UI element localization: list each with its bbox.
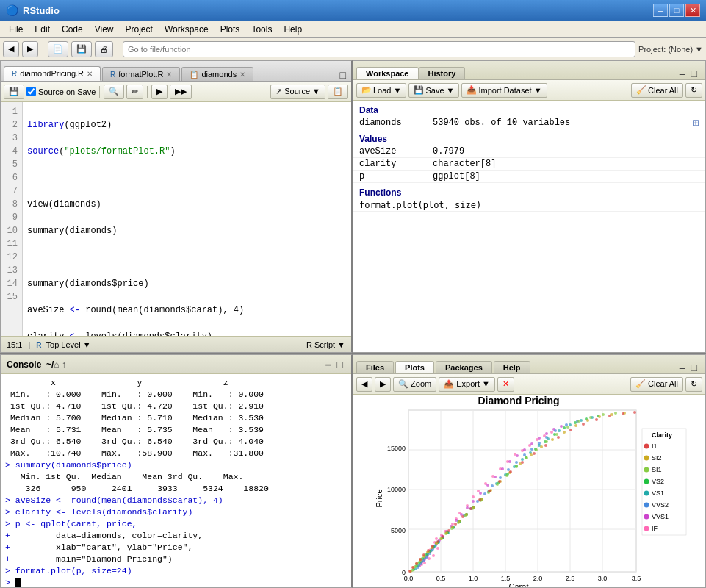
menu-file[interactable]: File xyxy=(3,23,29,36)
ws-row-diamonds[interactable]: diamonds 53940 obs. of 10 variables ⊞ xyxy=(353,117,705,129)
level-dropdown-icon[interactable]: ▼ xyxy=(83,340,91,349)
editor-minimize-btn[interactable]: – xyxy=(326,69,336,81)
plot-back-btn[interactable]: ◀ xyxy=(356,377,372,392)
tab-packages[interactable]: Packages xyxy=(436,361,492,373)
fwd-btn[interactable]: ▶ xyxy=(22,41,38,57)
maximize-btn[interactable]: □ xyxy=(669,4,684,17)
ws-minimize-btn[interactable]: – xyxy=(677,68,688,79)
tab-close-2[interactable]: ✕ xyxy=(166,71,172,79)
svg-point-132 xyxy=(521,458,524,461)
zoom-btn[interactable]: 🔍 Zoom xyxy=(393,377,436,392)
load-btn[interactable]: 📂 Load ▼ xyxy=(356,83,406,98)
tab-close-3[interactable]: ✕ xyxy=(239,71,245,79)
table-icon: 📋 xyxy=(190,71,198,79)
svg-point-207 xyxy=(465,513,468,516)
editor-maxrestore-btn[interactable]: □ xyxy=(338,69,348,81)
console-output[interactable]: x y z Min. : 0.000 Min. : 0.000 Min. : 0… xyxy=(1,374,351,587)
svg-text:1.0: 1.0 xyxy=(468,575,478,582)
console-browse-icon[interactable]: ⌂ ↑ xyxy=(54,359,66,370)
tab-workspace[interactable]: Workspace xyxy=(356,67,419,79)
ws-save-btn[interactable]: 💾 Save ▼ xyxy=(408,83,459,98)
save-file-btn[interactable]: 💾 xyxy=(4,85,24,99)
svg-point-47 xyxy=(472,495,475,498)
save-toolbar-btn[interactable]: 💾 xyxy=(71,41,92,57)
grid-icon-diamonds[interactable]: ⊞ xyxy=(692,118,699,128)
plots-minimize-btn[interactable]: – xyxy=(677,362,688,373)
svg-point-256 xyxy=(644,467,649,473)
clear-plots-btn[interactable]: 🧹 Clear All xyxy=(630,377,683,392)
ws-maxrestore-btn[interactable]: □ xyxy=(689,68,699,79)
import-btn[interactable]: 📥 Import Dataset ▼ xyxy=(461,83,547,98)
ed-sep-2 xyxy=(147,86,148,98)
data-section-header: Data xyxy=(353,104,705,117)
project-label[interactable]: Project: (None) ▼ xyxy=(638,45,703,54)
script-type[interactable]: R Script ▼ xyxy=(306,340,345,349)
tab-files[interactable]: Files xyxy=(356,361,394,373)
run-btn[interactable]: ▶ xyxy=(151,85,168,99)
edit-btn[interactable]: ✏ xyxy=(126,85,143,99)
menu-help[interactable]: Help xyxy=(278,23,308,36)
code-content[interactable]: library(ggplot2) source("plots/formatPlo… xyxy=(23,102,351,336)
tab-plots[interactable]: Plots xyxy=(395,361,434,373)
minimize-btn[interactable]: – xyxy=(653,4,668,17)
svg-point-163 xyxy=(563,426,566,429)
console-minimize-btn[interactable]: – xyxy=(323,359,334,370)
ws-refresh-btn[interactable]: ↻ xyxy=(685,83,702,98)
print-btn[interactable]: 🖨 xyxy=(95,41,113,57)
console-maxrestore-btn[interactable]: □ xyxy=(335,359,345,370)
plots-maxrestore-btn[interactable]: □ xyxy=(689,362,699,373)
functions-section-header: Functions xyxy=(353,186,705,199)
menu-view[interactable]: View xyxy=(89,23,120,36)
menu-code[interactable]: Code xyxy=(56,23,89,36)
ws-row-avesize[interactable]: aveSize 0.7979 xyxy=(353,146,705,158)
console-output-line: Median : 5.700 Median : 5.710 Median : 3… xyxy=(5,412,347,424)
console-continuation-line: + xlab="carat", ylab="Price", xyxy=(5,542,347,553)
svg-text:2.0: 2.0 xyxy=(533,575,542,582)
svg-point-230 xyxy=(436,540,439,543)
ws-row-p[interactable]: p ggplot[8] xyxy=(353,171,705,183)
remove-plot-btn[interactable]: ✕ xyxy=(497,377,514,392)
svg-point-184 xyxy=(505,474,508,477)
goto-input[interactable] xyxy=(123,41,635,57)
new-file-btn[interactable]: 📄 xyxy=(48,41,68,57)
svg-point-187 xyxy=(535,448,538,451)
export-btn[interactable]: 📤 Export ▼ xyxy=(439,377,495,392)
console-controls: – □ xyxy=(323,359,345,370)
svg-point-82 xyxy=(538,437,541,440)
ws-clear-btn[interactable]: 🧹 Clear All xyxy=(631,83,683,98)
menu-edit[interactable]: Edit xyxy=(29,23,56,36)
close-btn[interactable]: ✕ xyxy=(685,4,700,17)
tab-diamond-pricing[interactable]: R diamondPricing.R ✕ xyxy=(4,66,101,81)
back-btn[interactable]: ◀ xyxy=(3,41,19,57)
plot-fwd-btn[interactable]: ▶ xyxy=(375,377,391,392)
svg-point-190 xyxy=(566,426,569,429)
menu-tools[interactable]: Tools xyxy=(245,23,278,36)
search-btn[interactable]: 🔍 xyxy=(104,85,124,99)
tab-diamonds[interactable]: 📋 diamonds ✕ xyxy=(181,67,253,81)
tab-close-1[interactable]: ✕ xyxy=(87,70,93,78)
plot-refresh-btn[interactable]: ↻ xyxy=(685,377,702,392)
run-all-btn[interactable]: ▶▶ xyxy=(170,85,192,99)
source-on-save-checkbox[interactable] xyxy=(26,87,36,96)
tab-help[interactable]: Help xyxy=(494,361,530,373)
ws-row-clarity[interactable]: clarity character[8] xyxy=(353,158,705,171)
tab-format-plot[interactable]: R formatPlot.R ✕ xyxy=(102,67,180,81)
console-panel: Console ~/ ⌂ ↑ – □ x y z Min. : 0.000 Mi… xyxy=(0,354,353,588)
svg-point-189 xyxy=(555,433,558,436)
svg-text:VVS1: VVS1 xyxy=(652,513,669,520)
svg-point-85 xyxy=(560,425,563,428)
source-btn[interactable]: ↗ Source ▼ xyxy=(270,85,325,99)
menu-plots[interactable]: Plots xyxy=(215,23,246,36)
menu-workspace[interactable]: Workspace xyxy=(159,23,215,36)
svg-point-183 xyxy=(496,483,499,486)
menu-bar: File Edit Code View Project Workspace Pl… xyxy=(0,21,706,38)
svg-text:1.5: 1.5 xyxy=(500,575,510,582)
ed-sep-1 xyxy=(99,86,100,98)
ws-row-format-plot[interactable]: format.plot(plot, size) xyxy=(353,199,705,212)
svg-point-266 xyxy=(644,526,649,531)
editor-tab-bar: R diamondPricing.R ✕ R formatPlot.R ✕ 📋 … xyxy=(1,61,351,82)
compile-btn[interactable]: 📋 xyxy=(328,85,348,99)
tab-history[interactable]: History xyxy=(419,67,466,79)
source-on-save-label[interactable]: Source on Save xyxy=(26,87,96,96)
menu-project[interactable]: Project xyxy=(120,23,159,36)
